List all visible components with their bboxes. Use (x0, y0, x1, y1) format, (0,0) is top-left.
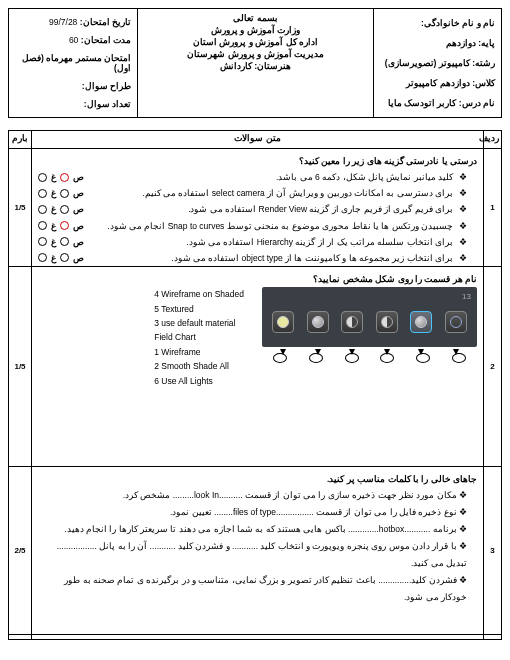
field-field: رشته: کامپیوتر (تصویرسازی) (380, 58, 495, 68)
question-3: جاهای خالی را با کلمات مناسب پر کنید. ❖ … (32, 467, 483, 635)
circle-icon (38, 173, 47, 182)
circle-icon (38, 221, 47, 230)
half-shade-icon (376, 311, 398, 333)
circle-icon (38, 237, 47, 246)
header-right-col: نام و نام خانوادگی: پایه: دوازدهم رشته: … (373, 9, 501, 117)
arrow-down-icon (453, 349, 459, 355)
q1-item-5: ❖برای انتخاب سلسله مراتب یک ار از گزینه … (38, 234, 467, 250)
questions-column: متن سوالات درستی یا نادرستی گزینه های زی… (31, 131, 483, 639)
row-1: 1 (484, 149, 501, 267)
circle-icon (60, 221, 69, 230)
q2-prompt: نام هر قسمت را روی شکل مشخص نمایید؟ (38, 271, 477, 287)
question-2: نام هر قسمت را روی شکل مشخص نمایید؟ 13 (32, 267, 483, 467)
questions-table: ردیف 1 2 3 متن سوالات درستی یا نادرستی گ… (8, 130, 502, 640)
school-line: هنرستان: کاردانش (144, 61, 367, 71)
arrow-down-icon (349, 349, 355, 355)
q1-item-2: ❖برای دسترسی به امکانات دوربین و ویرایش … (38, 185, 467, 201)
textured-icon (307, 311, 329, 333)
score-column: بارم 1/5 1/5 2/5 (9, 131, 31, 639)
circle-icon (38, 253, 47, 262)
circle-icon (38, 189, 47, 198)
row-header: ردیف (484, 131, 501, 149)
q2-options-list: 4 Wireframe on Shaded 5 Textured 3 use d… (154, 287, 244, 388)
q3-prompt: جاهای خالی را با کلمات مناسب پر کنید. (38, 471, 477, 487)
circle-icon (60, 205, 69, 214)
q1-item-4: ❖چسبیدن ورتکس ها یا نقاط محوری موضوع به … (38, 218, 467, 234)
exam-date-field: تاریخ امتحان: 99/7/28 (15, 17, 131, 27)
arrow-down-icon (418, 349, 424, 355)
arrow-down-icon (280, 349, 286, 355)
ministry-line: وزارت آموزش و پرورش (144, 25, 367, 35)
q2-option: 3 use default material (154, 316, 244, 330)
class-field: کلاس: دوازدهم کامپیوتر (380, 78, 495, 88)
questions-header: متن سوالات (32, 131, 483, 149)
q3-item-4: ❖ با قرار دادن موس روی پنجره ویوپورت و ا… (38, 538, 467, 572)
exam-type-field: امتحان مستمر مهرماه (فصل اول) (15, 53, 131, 73)
district-line: مدیریت آموزش و پرورش شهرستان (144, 49, 367, 59)
q2-option: 2 Smooth Shade All (154, 359, 244, 373)
header-left-col: تاریخ امتحان: 99/7/28 مدت امتحان: 60 امت… (9, 9, 137, 117)
circle-icon (60, 173, 69, 182)
circle-icon (60, 189, 69, 198)
arrow-down-icon (384, 349, 390, 355)
exam-header: نام و نام خانوادگی: پایه: دوازدهم رشته: … (8, 8, 502, 118)
province-line: اداره کل آموزش و پرورش استان (144, 37, 367, 47)
grade-field: پایه: دوازدهم (380, 38, 495, 48)
q3-item-2: ❖ نوع ذخیره فایل را می توان از قسمت ....… (38, 504, 467, 521)
q3-item-3: ❖ برنامه ...........hotbox............. … (38, 521, 467, 538)
score-1: 1/5 (9, 149, 31, 267)
q2-option: 6 Use All Lights (154, 374, 244, 388)
student-name-field: نام و نام خانوادگی: (380, 18, 495, 28)
row-number-column: ردیف 1 2 3 (483, 131, 501, 639)
designer-field: طراح سوال: (15, 81, 131, 91)
wireframe-on-shaded-icon (341, 311, 363, 333)
score-header: بارم (9, 131, 31, 149)
toolbar-number-label: 13 (462, 289, 471, 304)
question-1: درستی یا نادرستی گزینه های زیر را معین ک… (32, 149, 483, 267)
q1-item-1: ❖کلید میانبر نمایش پانل شکل، دکمه 6 می ب… (38, 169, 467, 185)
q2-option: 5 Textured (154, 302, 244, 316)
circle-icon (60, 237, 69, 246)
bismillah: بسمه تعالی (144, 13, 367, 23)
wireframe-icon (445, 311, 467, 333)
q3-item-1: ❖ مکان مورد نظر جهت ذخیره سازی را می توا… (38, 487, 467, 504)
q1-item-6: ❖برای انتخاب زیر مجموعه ها و کامپوننت ها… (38, 250, 467, 266)
row-2: 2 (484, 267, 501, 467)
score-3: 2/5 (9, 467, 31, 635)
q2-option: Field Chart (154, 330, 244, 344)
circle-icon (38, 205, 47, 214)
lights-icon (272, 311, 294, 333)
arrow-down-icon (315, 349, 321, 355)
maya-toolbar-image: 13 (262, 287, 477, 347)
score-2: 1/5 (9, 267, 31, 467)
question-count-field: تعداد سوال: (15, 99, 131, 109)
q1-prompt: درستی یا نادرستی گزینه های زیر را معین ک… (38, 153, 477, 169)
header-center-col: بسمه تعالی وزارت آموزش و پرورش اداره کل … (137, 9, 373, 117)
q2-option: 4 Wireframe on Shaded (154, 287, 244, 301)
course-field: نام درس: کاربر اتودسک مایا (380, 98, 495, 108)
smooth-shade-icon (410, 311, 432, 333)
circle-icon (60, 253, 69, 262)
exam-duration-field: مدت امتحان: 60 (15, 35, 131, 45)
row-3: 3 (484, 467, 501, 635)
q2-option: 1 Wireframe (154, 345, 244, 359)
q3-item-5: ❖ فشردن کلید.............. باعث تنظیم کا… (38, 572, 467, 606)
q1-item-3: ❖برای فریم گیری از فریم جاری از گزینه Re… (38, 201, 467, 217)
